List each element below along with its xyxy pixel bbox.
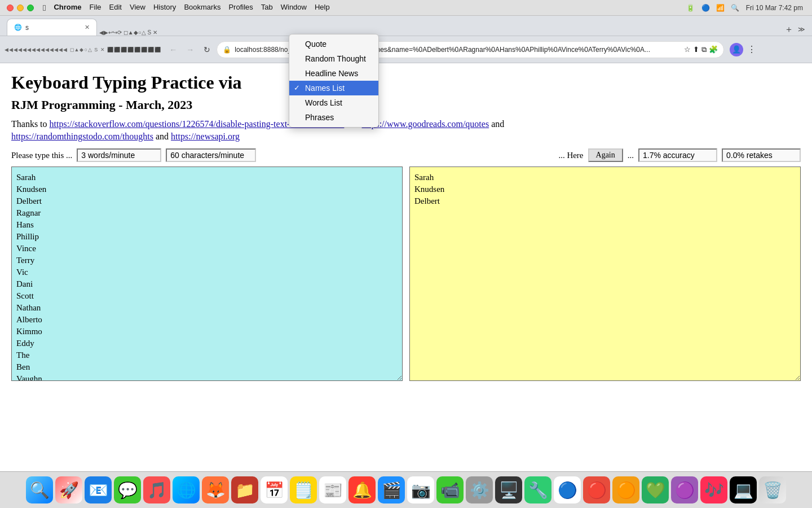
chrome-menu[interactable]: Chrome: [54, 3, 81, 12]
more-options-button[interactable]: ⋮: [744, 42, 759, 57]
page-title: Keyboard Typing Practice via: [11, 72, 801, 93]
dock-filezilla[interactable]: 📁: [231, 476, 258, 503]
dock-messages[interactable]: 💬: [114, 476, 141, 503]
browser-chrome: 🌐 s ✕ ◀▶↩︎↪︎⟳ ◻▲◆○△ S ✕ ＋ ≫ ◀◀◀◀◀◀◀◀◀◀◀◀…: [0, 16, 812, 63]
dock-notes[interactable]: 🗒️: [290, 476, 317, 503]
thanks-prefix: Thanks to: [11, 119, 50, 129]
toolbar-icon-strip-left: ◀◀◀◀◀◀◀◀◀◀◀◀◀◀ ◻▲◆○△ S ✕ ⬛⬛⬛⬛⬛⬛⬛⬛: [5, 47, 161, 52]
source-textarea: [11, 167, 403, 381]
dock-app4[interactable]: 🟠: [612, 476, 639, 503]
newsapi-link[interactable]: https://newsapi.org: [171, 132, 240, 141]
tabs-row: 🌐 s ✕ ◀▶↩︎↪︎⟳ ◻▲◆○△ S ✕ ＋ ≫: [0, 16, 812, 36]
dock-facetime[interactable]: 📹: [436, 476, 464, 503]
dropdown-item-phrases[interactable]: Phrases: [289, 110, 378, 125]
dock-news[interactable]: 📰: [319, 476, 346, 503]
controls-row: Please type this ... ... Here Again ...: [11, 148, 801, 162]
typing-textarea[interactable]: [409, 167, 801, 381]
dock-app2[interactable]: 🔧: [524, 476, 551, 503]
pip-icon[interactable]: ⧉: [701, 45, 707, 54]
dropdown-item-random-thought[interactable]: Random Thought: [289, 51, 378, 66]
dropdown-item-headline-news[interactable]: Headline News: [289, 66, 378, 81]
history-menu[interactable]: History: [153, 3, 176, 12]
menu-bar:  Chrome File Edit View History Bookmark…: [43, 3, 330, 12]
page-subtitle: RJM Programming - March, 2023: [11, 98, 801, 112]
dock: 🔍 🚀 📧 💬 🎵 🌐 🦊 📁 📅 🗒️ 📰 🔔 🎬 📷 📹 ⚙️ 🖥️ 🔧 🔵…: [0, 471, 812, 508]
reload-button[interactable]: ↻: [200, 42, 214, 57]
tab-close-icon[interactable]: ✕: [85, 24, 90, 31]
address-bar-actions: ☆ ⬆ ⧉ 🧩: [684, 45, 718, 54]
dock-finder[interactable]: 🔍: [26, 476, 53, 503]
minimize-button[interactable]: [17, 5, 24, 11]
extensions-icon[interactable]: 🧩: [709, 45, 718, 54]
bookmarks-menu[interactable]: Bookmarks: [184, 3, 220, 12]
apple-menu[interactable]: : [43, 3, 46, 12]
dock-calendar[interactable]: 📅: [261, 476, 288, 503]
right-toolbar: 👤 ⋮: [730, 42, 759, 57]
back-button[interactable]: ←: [166, 42, 180, 57]
dock-notifications[interactable]: 🔔: [348, 476, 376, 503]
share-icon[interactable]: ⬆: [693, 45, 699, 54]
new-tab-button[interactable]: ＋: [783, 23, 795, 36]
thanks-line-2: https://randomthingstodo.com/thoughts an…: [11, 132, 801, 142]
dock-trash[interactable]: 🗑️: [759, 476, 786, 503]
ellipsis-2: ...: [628, 151, 634, 160]
dock-itunes[interactable]: 🎶: [700, 476, 727, 503]
dropdown-item-names-list[interactable]: Names List: [289, 81, 378, 95]
window-menu[interactable]: Window: [281, 3, 307, 12]
tab-menu[interactable]: Tab: [261, 3, 273, 12]
dock-mail[interactable]: 📧: [85, 476, 112, 503]
tab-favicon: 🌐: [14, 24, 22, 31]
variety-dropdown[interactable]: Quote Random Thought Headline News Names…: [289, 34, 379, 128]
profile-icon[interactable]: 👤: [730, 43, 743, 56]
tab-title: s: [25, 24, 29, 32]
file-menu[interactable]: File: [90, 3, 102, 12]
expand-tabs-button[interactable]: ≫: [795, 23, 807, 36]
view-menu[interactable]: View: [130, 3, 145, 12]
wpm-display[interactable]: [77, 148, 161, 162]
title-bar:  Chrome File Edit View History Bookmark…: [0, 0, 812, 16]
dock-app3[interactable]: 🔴: [583, 476, 610, 503]
bookmark-star-icon[interactable]: ☆: [684, 45, 691, 54]
dock-safari[interactable]: 🌐: [173, 476, 200, 503]
dropdown-item-words-list[interactable]: Words List: [289, 95, 378, 110]
forward-button[interactable]: →: [183, 42, 197, 57]
nav-row: ◀◀◀◀◀◀◀◀◀◀◀◀◀◀ ◻▲◆○△ S ✕ ⬛⬛⬛⬛⬛⬛⬛⬛ ← → ↻ …: [0, 36, 812, 63]
text-areas-row: [11, 167, 801, 381]
dock-launchpad[interactable]: 🚀: [55, 476, 82, 503]
and-3: and: [156, 132, 171, 141]
dock-music[interactable]: 🎵: [143, 476, 170, 503]
goodreads-link[interactable]: https://www.goodreads.com/quotes: [362, 119, 489, 129]
maximize-button[interactable]: [27, 5, 34, 11]
retakes-display[interactable]: [722, 148, 801, 162]
dock-terminal[interactable]: 💻: [730, 476, 757, 503]
dock-app6[interactable]: 🟣: [671, 476, 698, 503]
and-2: and: [491, 119, 504, 129]
dock-chrome[interactable]: 🔵: [554, 476, 581, 503]
dock-photos[interactable]: 📷: [407, 476, 434, 503]
active-tab[interactable]: 🌐 s ✕: [7, 19, 97, 36]
again-button[interactable]: Again: [588, 148, 623, 162]
close-button[interactable]: [7, 5, 14, 11]
here-label: ... Here: [558, 151, 583, 160]
dock-app5[interactable]: 💚: [642, 476, 669, 503]
dock-firefox[interactable]: 🦊: [202, 476, 229, 503]
dock-quicktime[interactable]: 🎬: [378, 476, 405, 503]
accuracy-display[interactable]: [638, 148, 717, 162]
dock-settings[interactable]: ⚙️: [466, 476, 493, 503]
lock-icon: 🔒: [223, 46, 231, 54]
edit-menu[interactable]: Edit: [109, 3, 122, 12]
dropdown-item-quote[interactable]: Quote: [289, 37, 378, 51]
randomthings-link[interactable]: https://randomthingstodo.com/thoughts: [11, 132, 153, 141]
traffic-lights: [7, 5, 34, 11]
dock-app1[interactable]: 🖥️: [495, 476, 522, 503]
prompt-label: Please type this ...: [11, 151, 72, 160]
cpm-display[interactable]: [166, 148, 256, 162]
profiles-menu[interactable]: Profiles: [228, 3, 253, 12]
datetime: 🔋 🔵 📶 🔍 Fri 10 Mar 7:42 pm: [686, 4, 803, 12]
help-menu[interactable]: Help: [315, 3, 330, 12]
page-content: Keyboard Typing Practice via RJM Program…: [0, 63, 812, 471]
toolbar-extensions: ◀▶↩︎↪︎⟳ ◻▲◆○△ S ✕: [99, 29, 783, 36]
thanks-line: Thanks to https://stackoverflow.com/ques…: [11, 119, 801, 129]
